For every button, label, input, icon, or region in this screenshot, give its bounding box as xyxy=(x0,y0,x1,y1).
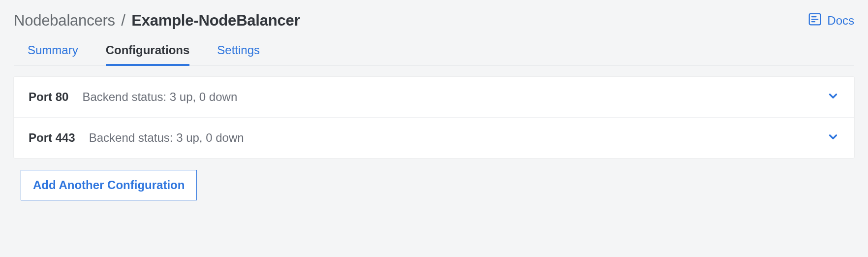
tab-summary[interactable]: Summary xyxy=(28,43,78,66)
backend-status: Backend status: 3 up, 0 down xyxy=(89,131,244,145)
breadcrumb-current: Example-NodeBalancer xyxy=(131,12,300,29)
chevron-down-icon xyxy=(827,130,839,145)
configurations-panel: Port 80 Backend status: 3 up, 0 down Por… xyxy=(14,77,854,158)
chevron-down-icon xyxy=(827,90,839,104)
breadcrumb-parent[interactable]: Nodebalancers xyxy=(14,12,115,29)
tab-configurations[interactable]: Configurations xyxy=(106,43,190,66)
port-label: Port 443 xyxy=(29,131,75,145)
add-configuration-button[interactable]: Add Another Configuration xyxy=(21,170,197,200)
breadcrumb-separator: / xyxy=(119,12,127,29)
tabs: Summary Configurations Settings xyxy=(14,43,854,66)
docs-link[interactable]: Docs xyxy=(807,12,854,30)
docs-icon xyxy=(807,12,822,30)
port-label: Port 80 xyxy=(29,90,68,104)
breadcrumb: Nodebalancers / Example-NodeBalancer xyxy=(14,12,300,30)
config-row-port-80[interactable]: Port 80 Backend status: 3 up, 0 down xyxy=(14,77,854,118)
docs-label: Docs xyxy=(827,14,854,28)
config-row-port-443[interactable]: Port 443 Backend status: 3 up, 0 down xyxy=(14,118,854,158)
backend-status: Backend status: 3 up, 0 down xyxy=(82,90,237,104)
tab-settings[interactable]: Settings xyxy=(217,43,260,66)
